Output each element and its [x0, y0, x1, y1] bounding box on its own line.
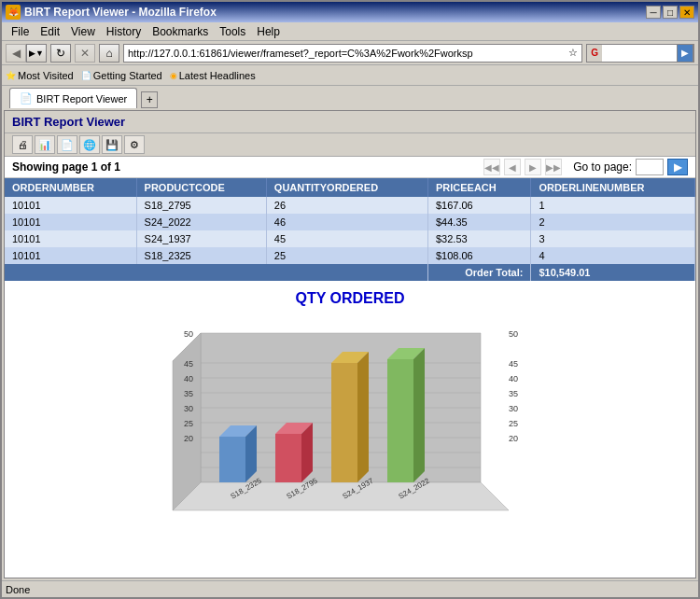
svg-rect-26 — [219, 437, 245, 482]
report-table: ORDERNUMBER PRODUCTCODE QUANTITYORDERED … — [5, 178, 695, 281]
home-button[interactable]: ⌂ — [99, 44, 119, 63]
svg-text:20: 20 — [509, 434, 518, 443]
svg-rect-29 — [275, 434, 301, 482]
menu-help[interactable]: Help — [251, 23, 286, 40]
window-controls: ─ □ ✕ — [646, 6, 694, 19]
first-page-button[interactable]: ◀◀ — [483, 159, 500, 175]
back-button[interactable]: ◀ — [6, 44, 26, 63]
status-bar: Done — [2, 580, 698, 597]
prev-page-button[interactable]: ◀ — [504, 159, 521, 175]
toolbar-btn-1[interactable]: 🖨 — [12, 135, 33, 154]
search-input[interactable] — [602, 45, 677, 62]
table-row: 10101S18_279526$167.061 — [5, 197, 695, 214]
maximize-button[interactable]: □ — [663, 6, 678, 19]
menu-tools[interactable]: Tools — [214, 23, 251, 40]
toolbar-btn-2[interactable]: 📊 — [35, 135, 55, 154]
order-total-label: Order Total: — [427, 264, 530, 281]
content-area[interactable]: BIRT Report Viewer 🖨 📊 📄 🌐 💾 ⚙ Showing p… — [4, 110, 696, 578]
minimize-button[interactable]: ─ — [646, 6, 661, 19]
table-row: 10101S24_193745$32.533 — [5, 230, 695, 247]
order-total-row: Order Total:$10,549.01 — [5, 264, 695, 281]
star-icon[interactable]: ☆ — [568, 47, 578, 59]
content-wrapper: BIRT Report Viewer 🖨 📊 📄 🌐 💾 ⚙ Showing p… — [2, 108, 698, 580]
rss-icon: ◉ — [170, 71, 177, 80]
svg-text:40: 40 — [509, 374, 518, 383]
chart-title: QTY ORDERED — [295, 290, 404, 307]
menu-edit[interactable]: Edit — [35, 23, 65, 40]
page-number-input[interactable] — [636, 159, 664, 175]
svg-text:30: 30 — [509, 404, 518, 413]
svg-marker-34 — [357, 352, 369, 482]
svg-marker-9 — [173, 482, 509, 510]
new-tab-button[interactable]: + — [141, 91, 158, 108]
toolbar-btn-5[interactable]: 💾 — [102, 135, 122, 154]
bookmark-latest-headlines[interactable]: ◉ Latest Headlines — [170, 70, 256, 81]
chart-container: QTY ORDERED — [5, 281, 695, 548]
next-page-button[interactable]: ▶ — [525, 159, 541, 175]
google-icon: G — [587, 48, 602, 58]
bookmark-most-visited[interactable]: ⭐ Most Visited — [6, 70, 74, 81]
go-to-label: Go to page: — [573, 160, 632, 174]
menu-view[interactable]: View — [65, 23, 101, 40]
stop-button[interactable]: ✕ — [75, 44, 95, 63]
address-bar: ☆ — [123, 44, 582, 63]
svg-text:45: 45 — [509, 359, 518, 369]
svg-text:30: 30 — [184, 404, 193, 413]
firefox-icon: 🦊 — [6, 5, 21, 20]
svg-text:20: 20 — [184, 434, 193, 443]
bookmarks-bar: ⭐ Most Visited 📄 Getting Started ◉ Lates… — [2, 65, 698, 86]
svg-text:50: 50 — [509, 329, 518, 339]
report-title: BIRT Report Viewer — [12, 115, 125, 129]
svg-text:35: 35 — [509, 389, 518, 398]
svg-text:40: 40 — [184, 374, 193, 383]
menu-file[interactable]: File — [6, 23, 35, 40]
col-priceeach: PRICEEACH — [427, 178, 530, 197]
bookmark-getting-started[interactable]: 📄 Getting Started — [81, 70, 162, 81]
search-go-button[interactable]: ▶ — [677, 44, 693, 63]
menu-bookmarks[interactable]: Bookmarks — [147, 23, 214, 40]
col-productcode: PRODUCTCODE — [136, 178, 266, 197]
col-orderlinenumber: ORDERLINENUMBER — [531, 178, 695, 197]
search-group: G ▶ — [586, 44, 694, 63]
order-total-value: $10,549.01 — [531, 264, 695, 281]
nav-toolbar: ◀ ▶▼ ↻ ✕ ⌂ ☆ G ▶ — [2, 41, 698, 65]
report-header: BIRT Report Viewer — [5, 111, 695, 133]
title-bar: 🦊 BIRT Report Viewer - Mozilla Firefox ─… — [2, 2, 698, 22]
browser-window: 🦊 BIRT Report Viewer - Mozilla Firefox ─… — [0, 0, 700, 599]
svg-text:50: 50 — [184, 329, 193, 339]
chart-svg: 50 45 40 35 30 25 20 50 45 40 35 30 25 2… — [154, 314, 546, 538]
toolbar-btn-6[interactable]: ⚙ — [124, 135, 145, 154]
col-ordernumber: ORDERNUMBER — [5, 178, 136, 197]
svg-text:45: 45 — [184, 359, 193, 369]
window-title: BIRT Report Viewer - Mozilla Firefox — [24, 6, 217, 19]
tab-birt-report-viewer[interactable]: 📄 BIRT Report Viewer — [9, 88, 137, 108]
svg-text:25: 25 — [184, 419, 193, 428]
page-icon: 📄 — [81, 71, 91, 80]
bookmark-icon: ⭐ — [6, 71, 16, 80]
svg-text:25: 25 — [509, 419, 518, 428]
svg-text:35: 35 — [184, 389, 193, 398]
svg-marker-37 — [413, 348, 425, 482]
svg-rect-35 — [387, 359, 413, 482]
toolbar-btn-4[interactable]: 🌐 — [79, 135, 100, 154]
tab-bar: 📄 BIRT Report Viewer + — [2, 86, 698, 108]
go-button[interactable]: ▶ — [667, 159, 688, 175]
tab-icon: 📄 — [20, 92, 33, 104]
last-page-button[interactable]: ▶▶ — [545, 159, 562, 175]
close-button[interactable]: ✕ — [679, 6, 694, 19]
col-quantityordered: QUANTITYORDERED — [266, 178, 427, 197]
toolbar-btn-3[interactable]: 📄 — [57, 135, 77, 154]
pagination-bar: Showing page 1 of 1 ◀◀ ◀ ▶ ▶▶ Go to page… — [5, 157, 695, 178]
table-row: 10101S24_202246$44.352 — [5, 214, 695, 230]
menu-bar: File Edit View History Bookmarks Tools H… — [2, 22, 698, 41]
table-row: 10101S18_232525$108.064 — [5, 247, 695, 264]
svg-rect-32 — [331, 363, 357, 482]
report-toolbar: 🖨 📊 📄 🌐 💾 ⚙ — [5, 133, 695, 157]
back-forward-group: ◀ ▶▼ — [6, 44, 47, 63]
menu-history[interactable]: History — [101, 23, 147, 40]
forward-button[interactable]: ▶▼ — [26, 44, 47, 63]
pagination-text: Showing page 1 of 1 — [12, 160, 120, 174]
address-input[interactable] — [128, 48, 568, 59]
reload-button[interactable]: ↻ — [50, 44, 71, 63]
status-text: Done — [6, 584, 30, 595]
